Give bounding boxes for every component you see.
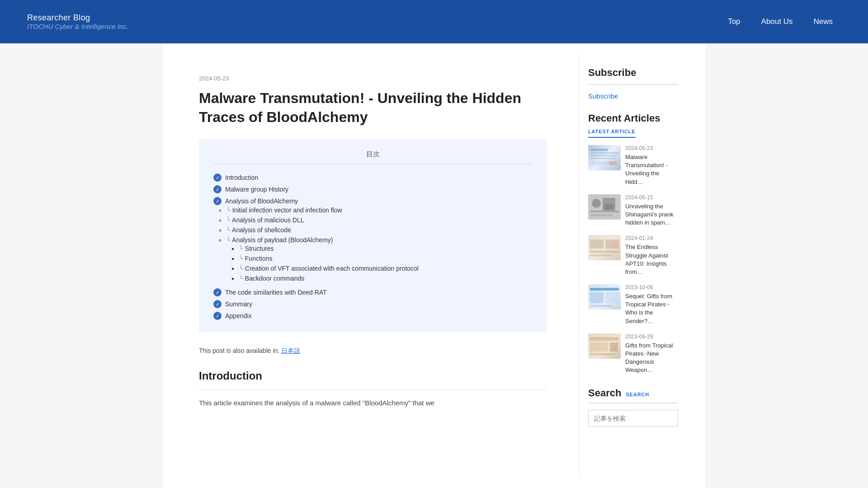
company-name: ITOCHU Cyber & Intelligence Inc. — [27, 23, 128, 30]
search-title: Search — [588, 387, 621, 399]
toc-label-code-similarities: The code similarities with Deed RAT — [225, 289, 327, 296]
site-header: Researcher Blog ITOCHU Cyber & Intellige… — [0, 0, 868, 43]
toc-label-summary: Summary — [225, 300, 252, 308]
recent-articles-header: Recent Articles — [588, 113, 678, 124]
svg-rect-13 — [590, 251, 619, 253]
check-icon-code-similarities — [213, 288, 222, 296]
article-title-2: Unraveling the Shinagami's prank hidden … — [625, 202, 678, 227]
nav-news[interactable]: News — [805, 14, 841, 30]
check-icon-analysis — [213, 197, 222, 205]
recent-article-1[interactable]: 2024-05-23 Malware Transmutation! - Unve… — [588, 145, 678, 186]
search-section: Search SEARCH — [588, 387, 678, 427]
subscribe-title: Subscribe — [588, 67, 678, 79]
article-title-4: Sequel: Gifts from Tropical Pirates - Wh… — [625, 292, 678, 325]
check-icon-summary — [213, 300, 222, 308]
svg-rect-11 — [590, 239, 604, 249]
japanese-link[interactable]: 日本語 — [281, 347, 300, 354]
svg-rect-19 — [590, 337, 619, 341]
blog-label: Researcher Blog — [27, 13, 128, 23]
article-meta-2: 2024-05-15 Unraveling the Shinagami's pr… — [625, 194, 678, 227]
toc-label-analysis: Analysis of BloodAlchemy — [225, 197, 298, 205]
recent-articles-title: Recent Articles — [588, 113, 678, 124]
toc-item-infection-vector[interactable]: Initial infection vector and infection f… — [226, 205, 533, 215]
search-header: Search SEARCH — [588, 387, 678, 399]
article-title: Malware Transmutation! - Unveiling the H… — [199, 89, 547, 127]
toc-item-malware-history[interactable]: Malware group History — [213, 183, 533, 195]
check-icon-malware-history — [213, 185, 222, 193]
main-nav: Top About Us News — [720, 14, 841, 30]
article-date-3: 2024-01-24 — [625, 235, 678, 241]
post-available: This post is also available in: 日本語 — [199, 347, 547, 355]
article-meta-3: 2024-01-24 The Endless Struggle Against … — [625, 235, 678, 276]
svg-rect-15 — [590, 288, 619, 291]
thumb-svg-5 — [588, 333, 621, 359]
article-date-1: 2024-05-23 — [625, 145, 678, 151]
site-logo: Researcher Blog ITOCHU Cyber & Intellige… — [27, 13, 128, 30]
search-input[interactable] — [589, 411, 678, 426]
subscribe-divider — [588, 84, 678, 85]
svg-rect-1 — [590, 152, 619, 154]
toc-label-introduction: Introduction — [225, 174, 258, 181]
article-meta-5: 2023-09-28 Gifts from Tropical Pirates -… — [625, 333, 678, 375]
toc-label-malware-history: Malware group History — [225, 186, 288, 193]
introduction-text: This article examines the analysis of a … — [199, 397, 547, 409]
svg-rect-10 — [604, 204, 613, 210]
thumb-svg-4 — [588, 284, 621, 310]
check-icon-appendix — [213, 312, 222, 320]
main-content: 2024-05-23 Malware Transmutation! - Unve… — [172, 52, 561, 479]
subscribe-link[interactable]: Subscribe — [588, 92, 678, 100]
recent-article-3[interactable]: 2024-01-24 The Endless Struggle Against … — [588, 235, 678, 276]
toc-item-introduction[interactable]: Introduction — [213, 172, 533, 183]
svg-rect-12 — [605, 239, 619, 249]
article-title-3: The Endless Struggle Against APT10: Insi… — [625, 243, 678, 276]
latest-article-badge: LATEST ARTICLE — [588, 129, 636, 138]
thumb-svg-1 — [588, 145, 621, 170]
article-thumb-1 — [588, 145, 621, 170]
article-thumb-5 — [588, 333, 621, 359]
sidebar: Subscribe Subscribe Recent Articles LATE… — [579, 52, 687, 479]
article-date-4: 2023-10-06 — [625, 284, 678, 291]
svg-rect-7 — [590, 211, 619, 212]
toc-item-malicious-dll[interactable]: Analysis of malicious DLL — [226, 215, 533, 225]
toc-item-shellcode[interactable]: Analysis of shellcode — [226, 225, 533, 235]
thumb-svg-2 — [588, 194, 621, 220]
toc-item-payload[interactable]: Analysis of payload (BloodAlchemy) Struc… — [226, 235, 533, 285]
article-date-5: 2023-09-28 — [625, 333, 678, 340]
article-date-2: 2024-05-15 — [625, 194, 678, 201]
toc-item-appendix[interactable]: Appendix — [213, 310, 533, 322]
toc-item-backdoor[interactable]: Backdoor commands — [239, 273, 533, 283]
svg-rect-5 — [609, 161, 617, 165]
toc-box: 目次 Introduction Malware group History — [199, 139, 547, 333]
article-thumb-3 — [588, 235, 621, 260]
toc-sub-payload: Structures Functions Creation of VFT ass… — [239, 244, 533, 283]
article-meta-4: 2023-10-06 Sequel: Gifts from Tropical P… — [625, 284, 678, 325]
svg-rect-21 — [610, 343, 618, 352]
article-title-5: Gifts from Tropical Pirates -New Dangero… — [625, 342, 678, 375]
nav-about-us[interactable]: About Us — [753, 14, 801, 30]
svg-rect-20 — [590, 343, 608, 352]
toc-item-code-similarities[interactable]: The code similarities with Deed RAT — [213, 286, 533, 298]
company-itochu: ITOCHU — [27, 23, 53, 30]
toc-item-functions[interactable]: Functions — [239, 253, 533, 263]
toc-title: 目次 — [213, 150, 533, 164]
toc-item-vft[interactable]: Creation of VFT associated with each com… — [239, 263, 533, 273]
svg-rect-18 — [590, 305, 613, 307]
toc-item-summary[interactable]: Summary — [213, 298, 533, 310]
svg-rect-0 — [590, 149, 608, 151]
recent-article-5[interactable]: 2023-09-28 Gifts from Tropical Pirates -… — [588, 333, 678, 375]
svg-rect-14 — [590, 254, 612, 256]
toc-item-structures[interactable]: Structures — [239, 244, 533, 253]
nav-top[interactable]: Top — [720, 14, 748, 30]
svg-rect-17 — [605, 292, 619, 303]
svg-rect-2 — [590, 155, 617, 156]
search-input-wrapper — [588, 410, 678, 427]
search-badge: SEARCH — [626, 392, 649, 397]
recent-article-2[interactable]: 2024-05-15 Unraveling the Shinagami's pr… — [588, 194, 678, 227]
article-date: 2024-05-23 — [199, 75, 547, 82]
recent-article-4[interactable]: 2023-10-06 Sequel: Gifts from Tropical P… — [588, 284, 678, 325]
check-icon-introduction — [213, 174, 222, 182]
toc-list: Introduction Malware group History Analy… — [213, 172, 533, 322]
toc-sub-analysis: Initial infection vector and infection f… — [226, 205, 533, 285]
article-meta-1: 2024-05-23 Malware Transmutation! - Unve… — [625, 145, 678, 186]
toc-item-analysis[interactable]: Analysis of BloodAlchemy Initial infecti… — [213, 195, 533, 286]
